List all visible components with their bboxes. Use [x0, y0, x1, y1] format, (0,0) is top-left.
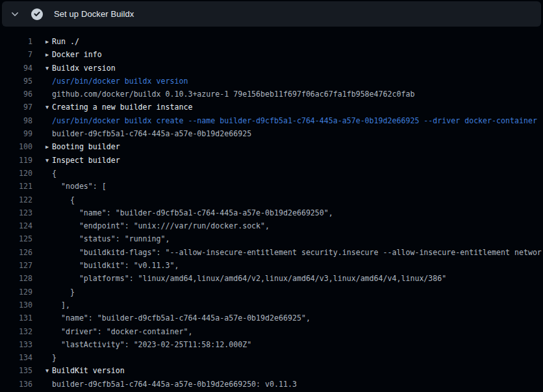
line-number[interactable]: 96: [0, 88, 32, 101]
log-line-text: "nodes": [: [52, 180, 543, 193]
line-number[interactable]: 126: [0, 246, 32, 259]
log-line-text: builder-d9cfb5a1-c764-445a-a57e-0b19d2e6…: [52, 127, 543, 140]
triangle-icon: [32, 286, 52, 299]
triangle-right-icon[interactable]: ▶: [32, 140, 52, 153]
triangle-down-icon[interactable]: ▼: [32, 364, 52, 377]
line-number[interactable]: 122: [0, 193, 32, 206]
log-line-text: "lastActivity": "2023-02-25T11:58:12.000…: [52, 338, 543, 351]
log-line: 98 /usr/bin/docker buildx create --name …: [0, 114, 543, 127]
line-number[interactable]: 121: [0, 180, 32, 193]
line-number[interactable]: 135: [0, 364, 32, 377]
line-number[interactable]: 136: [0, 378, 32, 391]
log-group-header[interactable]: 94 ▼ Buildx version: [0, 62, 543, 75]
triangle-icon: [32, 325, 52, 338]
line-number[interactable]: 123: [0, 206, 32, 219]
triangle-right-icon[interactable]: ▶: [32, 48, 52, 61]
triangle-icon: [32, 378, 52, 391]
log-line: 125 "status": "running",: [0, 232, 543, 245]
line-number[interactable]: 128: [0, 272, 32, 285]
log-line-text: Creating a new builder instance: [52, 101, 543, 114]
log-line-text: Run ./: [52, 35, 543, 48]
log-line-text: /usr/bin/docker buildx create --name bui…: [52, 114, 543, 127]
log-line-text: "endpoint": "unix:///var/run/docker.sock…: [52, 219, 543, 232]
triangle-icon: [32, 75, 52, 88]
log-group-header[interactable]: 7 ▶ Docker info: [0, 48, 543, 61]
log-group-header[interactable]: 100 ▶ Booting builder: [0, 140, 543, 153]
log-line-text: "name": "builder-d9cfb5a1-c764-445a-a57e…: [52, 312, 543, 325]
log-line-text: builder-d9cfb5a1-c764-445a-a57e-0b19d2e6…: [52, 378, 543, 391]
log-line: 99 builder-d9cfb5a1-c764-445a-a57e-0b19d…: [0, 127, 543, 140]
triangle-down-icon[interactable]: ▼: [32, 101, 52, 114]
line-number[interactable]: 124: [0, 219, 32, 232]
line-number[interactable]: 7: [0, 48, 32, 61]
triangle-icon: [32, 272, 52, 285]
chevron-down-icon[interactable]: [10, 10, 19, 19]
log-group-header[interactable]: 135 ▼ BuildKit version: [0, 364, 543, 377]
line-number[interactable]: 94: [0, 62, 32, 75]
line-number[interactable]: 125: [0, 232, 32, 245]
line-number[interactable]: 1: [0, 35, 32, 48]
line-number[interactable]: 132: [0, 325, 32, 338]
triangle-icon: [32, 127, 52, 140]
log-group-header[interactable]: 97 ▼ Creating a new builder instance: [0, 101, 543, 114]
triangle-icon: [32, 219, 52, 232]
log-container: 1 ▶ Run ./ 7 ▶ Docker info 94 ▼ Buildx v…: [0, 29, 543, 392]
line-number[interactable]: 98: [0, 114, 32, 127]
triangle-icon: [32, 246, 52, 259]
line-number[interactable]: 131: [0, 312, 32, 325]
line-number[interactable]: 129: [0, 286, 32, 299]
log-line-text: {: [52, 193, 543, 206]
log-line-text: "buildkitd-flags": "--allow-insecure-ent…: [52, 246, 543, 259]
log-line-text: "driver": "docker-container",: [52, 325, 543, 338]
log-line-text: BuildKit version: [52, 364, 543, 377]
line-number[interactable]: 127: [0, 259, 32, 272]
log-group-header[interactable]: 1 ▶ Run ./: [0, 35, 543, 48]
step-title: Set up Docker Buildx: [54, 9, 134, 19]
line-number[interactable]: 130: [0, 299, 32, 312]
triangle-icon: [32, 351, 52, 364]
line-number[interactable]: 97: [0, 101, 32, 114]
triangle-down-icon[interactable]: ▼: [32, 62, 52, 75]
step-header[interactable]: Set up Docker Buildx: [2, 1, 541, 27]
line-number[interactable]: 100: [0, 140, 32, 153]
triangle-icon: [32, 312, 52, 325]
triangle-icon: [32, 299, 52, 312]
triangle-icon: [32, 88, 52, 101]
triangle-icon: [32, 232, 52, 245]
log-line-text: Inspect builder: [52, 154, 543, 167]
log-line: 127 "buildkit": "v0.11.3",: [0, 259, 543, 272]
line-number[interactable]: 120: [0, 167, 32, 180]
log-line-text: }: [52, 286, 543, 299]
line-number[interactable]: 133: [0, 338, 32, 351]
log-line-text: ],: [52, 299, 543, 312]
log-line: 123 "name": "builder-d9cfb5a1-c764-445a-…: [0, 206, 543, 219]
triangle-icon: [32, 167, 52, 180]
log-line-text: github.com/docker/buildx 0.10.3+azure-1 …: [52, 88, 543, 101]
log-line-text: Booting builder: [52, 140, 543, 153]
line-number[interactable]: 134: [0, 351, 32, 364]
log-group-header[interactable]: 119 ▼ Inspect builder: [0, 154, 543, 167]
log-line-text: {: [52, 167, 543, 180]
triangle-down-icon[interactable]: ▼: [32, 154, 52, 167]
log-line: 124 "endpoint": "unix:///var/run/docker.…: [0, 219, 543, 232]
line-number[interactable]: 99: [0, 127, 32, 140]
log-line-text: /usr/bin/docker buildx version: [52, 75, 543, 88]
log-line: 129 }: [0, 286, 543, 299]
log-line: 136 builder-d9cfb5a1-c764-445a-a57e-0b19…: [0, 378, 543, 391]
log-line-text: Docker info: [52, 48, 543, 61]
line-number[interactable]: 119: [0, 154, 32, 167]
line-number[interactable]: 95: [0, 75, 32, 88]
triangle-icon: [32, 338, 52, 351]
triangle-right-icon[interactable]: ▶: [32, 35, 52, 48]
log-line: 131 "name": "builder-d9cfb5a1-c764-445a-…: [0, 312, 543, 325]
log-lines: 1 ▶ Run ./ 7 ▶ Docker info 94 ▼ Buildx v…: [0, 35, 543, 391]
log-line-text: Buildx version: [52, 62, 543, 75]
triangle-icon: [32, 114, 52, 127]
log-line: 130 ],: [0, 299, 543, 312]
triangle-icon: [32, 206, 52, 219]
log-line-text: "platforms": "linux/amd64,linux/amd64/v2…: [52, 272, 543, 285]
triangle-icon: [32, 193, 52, 206]
log-line: 134 }: [0, 351, 543, 364]
log-line: 128 "platforms": "linux/amd64,linux/amd6…: [0, 272, 543, 285]
log-line-text: "status": "running",: [52, 232, 543, 245]
